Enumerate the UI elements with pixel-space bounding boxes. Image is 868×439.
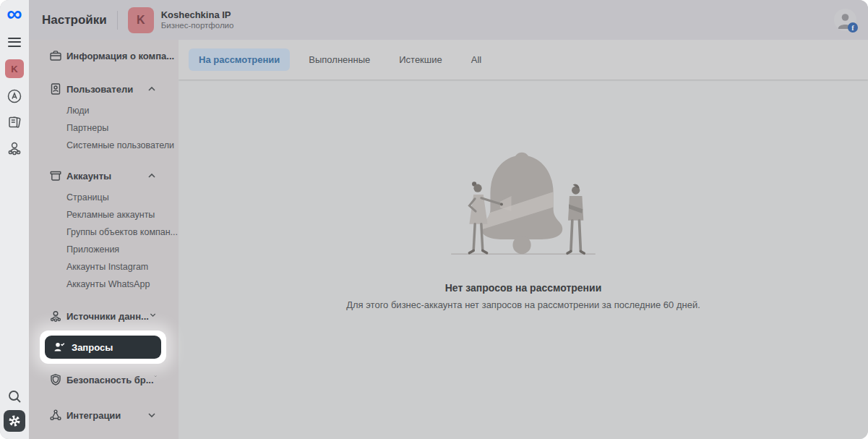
sidebar-item-label: Страницы [66, 192, 109, 203]
business-portfolio-switcher[interactable]: K Koshechkina IP Бизнес-портфолио [128, 7, 234, 33]
business-settings-app: ∞ K [0, 0, 868, 439]
tab-pending[interactable]: На рассмотрении [189, 48, 290, 71]
sidebar-section-integrations[interactable]: Интеграции [29, 405, 179, 425]
box-icon [49, 169, 62, 182]
settings-gear-button[interactable] [4, 410, 25, 432]
tab-expired[interactable]: Истекшие [389, 48, 452, 71]
sidebar-section-accounts[interactable]: Аккаунты [29, 166, 179, 186]
business-subtitle: Бизнес-портфолио [161, 20, 234, 30]
sidebar-item-partners[interactable]: Партнеры [29, 119, 179, 137]
bell-illustration [440, 148, 606, 260]
person-check-icon [53, 341, 66, 354]
sidebar-item-whatsapp-accounts[interactable]: Аккаунты WhatsApp [29, 276, 179, 293]
empty-state-title: Нет запросов на рассмотрении [445, 282, 602, 294]
sidebar-item-label: Люди [66, 106, 90, 116]
pages-icon[interactable] [7, 114, 22, 130]
sidebar-item-business-info[interactable]: Информация о компа... [29, 46, 179, 66]
hamburger-menu-icon[interactable] [8, 35, 21, 49]
business-avatar: K [128, 7, 154, 33]
sidebar-section-data-sources[interactable]: Источники данн... [29, 306, 179, 326]
sidebar-section-label: Безопасность бр... [66, 375, 154, 385]
sidebar-item-business-asset-groups[interactable]: Группы объектов компан... [29, 223, 179, 241]
shield-icon [49, 373, 62, 386]
tab-completed[interactable]: Выполненные [298, 48, 380, 71]
id-badge-icon [49, 82, 62, 95]
sidebar-section-label: Пользователи [66, 84, 133, 95]
header-divider [117, 11, 118, 30]
sidebar-item-label: Аккаунты WhatsApp [66, 279, 150, 289]
main-content: На рассмотрении Выполненные Истекшие All [179, 40, 868, 439]
header-bar: Настройки K Koshechkina IP Бизнес-портфо… [29, 0, 868, 40]
business-network-icon[interactable] [7, 140, 22, 156]
sidebar-item-instagram-accounts[interactable]: Аккаунты Instagram [29, 258, 179, 276]
sidebar-section-brand-safety[interactable]: Безопасность бр... [29, 370, 179, 390]
chevron-up-icon [147, 84, 157, 94]
gear-icon [8, 414, 21, 427]
rail-business-avatar[interactable]: K [5, 59, 24, 78]
sidebar-item-label: Запросы [72, 342, 113, 353]
sidebar-item-system-users[interactable]: Системные пользователи [29, 137, 179, 154]
settings-sidebar: Информация о компа... Пользователи Люди … [29, 40, 179, 439]
requests-tab-bar: На рассмотрении Выполненные Истекшие All [179, 40, 868, 80]
sidebar-item-label: Рекламные аккаунты [66, 210, 155, 220]
requests-spotlight: Запросы [40, 331, 166, 364]
user-profile-avatar[interactable]: f [834, 9, 856, 31]
search-icon[interactable] [7, 388, 22, 404]
sidebar-section-users[interactable]: Пользователи [29, 79, 179, 99]
chevron-down-icon [154, 375, 157, 385]
sidebar-section-label: Источники данн... [66, 311, 149, 322]
page-title: Настройки [42, 13, 107, 27]
sidebar-item-label: Партнеры [66, 123, 108, 133]
sidebar-item-requests[interactable]: Запросы [45, 336, 161, 359]
meta-logo-icon[interactable]: ∞ [7, 3, 22, 25]
integrations-icon [49, 409, 62, 422]
sidebar-item-pages[interactable]: Страницы [29, 189, 179, 206]
empty-state: Нет запросов на рассмотрении Для этого б… [179, 148, 868, 312]
sidebar-item-apps[interactable]: Приложения [29, 241, 179, 258]
sidebar-item-label: Приложения [66, 244, 119, 255]
empty-state-description: Для этого бизнес-аккаунта нет запросов н… [346, 299, 700, 312]
left-rail: ∞ K [0, 0, 29, 439]
chevron-up-icon [147, 171, 157, 181]
sidebar-item-label: Аккаунты Instagram [66, 262, 148, 272]
briefcase-icon [49, 49, 62, 62]
sidebar-section-label: Аккаунты [66, 171, 111, 182]
ads-manager-icon[interactable] [7, 88, 22, 104]
chevron-down-icon [147, 410, 157, 420]
business-name: Koshechkina IP [161, 9, 234, 20]
sidebar-section-label: Интеграции [66, 410, 121, 421]
sidebar-item-people[interactable]: Люди [29, 102, 179, 119]
sidebar-item-label: Системные пользователи [66, 140, 174, 150]
sidebar-item-ad-accounts[interactable]: Рекламные аккаунты [29, 206, 179, 223]
data-sources-icon [49, 310, 62, 323]
chevron-down-icon [149, 311, 157, 321]
sidebar-item-label: Информация о компа... [66, 51, 174, 61]
facebook-badge-icon: f [848, 22, 858, 33]
sidebar-item-label: Группы объектов компан... [66, 227, 178, 237]
tab-all[interactable]: All [461, 48, 491, 71]
